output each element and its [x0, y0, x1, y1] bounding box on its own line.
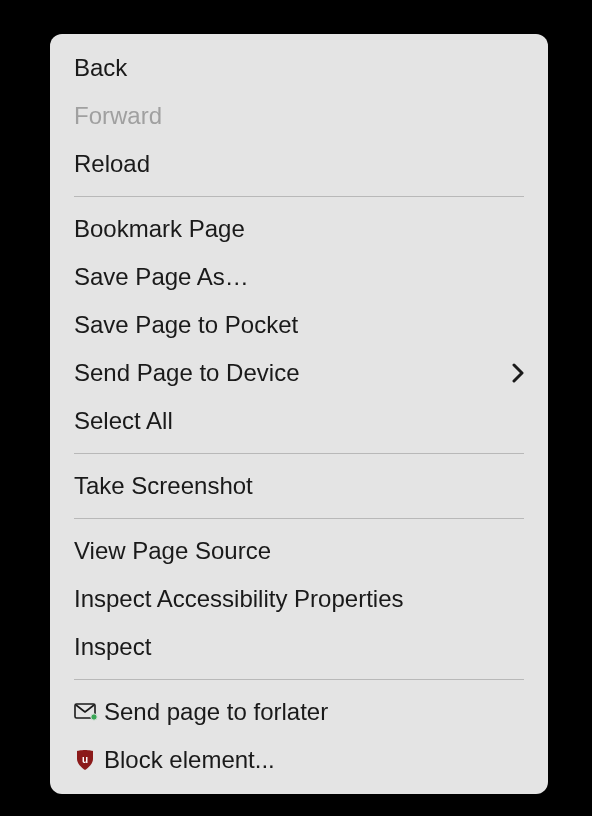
menu-item-select-all[interactable]: Select All: [50, 397, 548, 445]
context-menu: Back Forward Reload Bookmark Page Save P…: [50, 34, 548, 794]
menu-separator: [74, 453, 524, 454]
menu-item-label: Forward: [74, 98, 524, 134]
menu-item-label: Take Screenshot: [74, 468, 524, 504]
menu-separator: [74, 518, 524, 519]
menu-item-forward: Forward: [50, 92, 548, 140]
menu-item-label: Reload: [74, 146, 524, 182]
menu-item-label: Block element...: [104, 742, 524, 778]
menu-item-label: Send Page to Device: [74, 355, 512, 391]
menu-item-label: Save Page As…: [74, 259, 524, 295]
menu-item-inspect-accessibility[interactable]: Inspect Accessibility Properties: [50, 575, 548, 623]
menu-item-bookmark-page[interactable]: Bookmark Page: [50, 205, 548, 253]
ublock-icon: u: [74, 749, 104, 771]
menu-item-inspect[interactable]: Inspect: [50, 623, 548, 671]
menu-item-label: Inspect Accessibility Properties: [74, 581, 524, 617]
menu-item-send-to-forlater[interactable]: Send page to forlater: [50, 688, 548, 736]
chevron-right-icon: [512, 363, 524, 383]
menu-separator: [74, 196, 524, 197]
menu-item-send-page-to-device[interactable]: Send Page to Device: [50, 349, 548, 397]
menu-item-label: Inspect: [74, 629, 524, 665]
svg-text:u: u: [82, 754, 88, 765]
menu-item-label: View Page Source: [74, 533, 524, 569]
menu-item-save-page-as[interactable]: Save Page As…: [50, 253, 548, 301]
menu-item-save-page-to-pocket[interactable]: Save Page to Pocket: [50, 301, 548, 349]
menu-item-reload[interactable]: Reload: [50, 140, 548, 188]
menu-item-label: Send page to forlater: [104, 694, 524, 730]
menu-item-label: Save Page to Pocket: [74, 307, 524, 343]
menu-item-view-page-source[interactable]: View Page Source: [50, 527, 548, 575]
menu-item-label: Bookmark Page: [74, 211, 524, 247]
menu-separator: [74, 679, 524, 680]
menu-item-take-screenshot[interactable]: Take Screenshot: [50, 462, 548, 510]
menu-item-label: Select All: [74, 403, 524, 439]
mail-icon: [74, 703, 104, 721]
menu-item-block-element[interactable]: u Block element...: [50, 736, 548, 784]
menu-item-back[interactable]: Back: [50, 44, 548, 92]
menu-item-label: Back: [74, 50, 524, 86]
svg-point-1: [91, 714, 97, 720]
